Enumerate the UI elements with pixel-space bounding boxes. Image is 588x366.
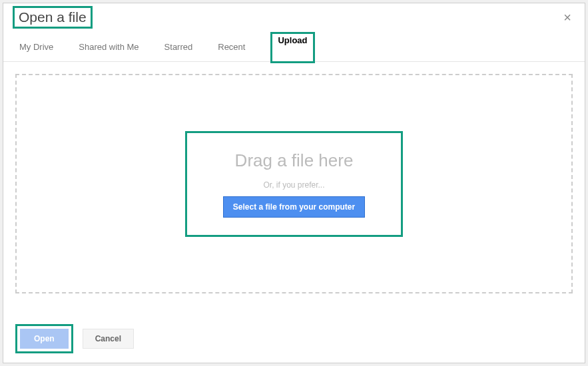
tab-shared-with-me[interactable]: Shared with Me <box>79 42 139 61</box>
dropzone-highlight: Drag a file here Or, if you prefer... Se… <box>185 131 403 237</box>
drag-file-label: Drag a file here <box>235 150 354 171</box>
tab-starred[interactable]: Starred <box>164 42 193 61</box>
tab-my-drive[interactable]: My Drive <box>19 42 53 61</box>
open-button-highlight: Open <box>15 324 73 353</box>
select-file-button[interactable]: Select a file from your computer <box>223 196 365 218</box>
cancel-button[interactable]: Cancel <box>83 329 134 349</box>
or-prefer-label: Or, if you prefer... <box>263 180 324 190</box>
close-icon[interactable]: × <box>559 9 575 25</box>
dialog-footer: Open Cancel <box>15 324 134 353</box>
dialog-content: Drag a file here Or, if you prefer... Se… <box>3 62 585 305</box>
open-button[interactable]: Open <box>20 329 69 349</box>
file-picker-dialog: Open a file × My Drive Shared with Me St… <box>3 3 585 363</box>
tabs-bar: My Drive Shared with Me Starred Recent U… <box>3 29 585 62</box>
upload-dropzone[interactable]: Drag a file here Or, if you prefer... Se… <box>15 74 573 293</box>
dialog-header: Open a file × <box>3 6 585 29</box>
tab-upload-highlight: Upload <box>270 32 314 63</box>
tab-upload[interactable]: Upload <box>278 27 307 53</box>
title-highlight: Open a file <box>13 6 93 29</box>
dialog-title: Open a file <box>19 9 87 25</box>
tab-recent[interactable]: Recent <box>218 42 245 61</box>
